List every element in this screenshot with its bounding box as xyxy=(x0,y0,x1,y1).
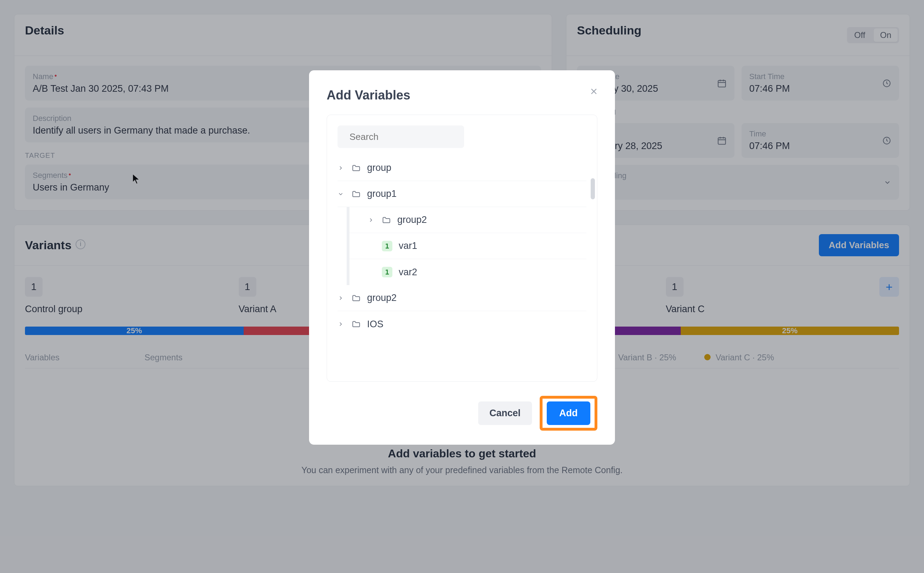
tree-item-var1[interactable]: 1 var1 xyxy=(349,233,586,259)
tree-item-label: IOS xyxy=(367,319,384,330)
chevron-right-icon[interactable] xyxy=(338,321,345,327)
add-variables-modal: Add Variables group group1 xyxy=(309,70,615,445)
tree-item-ios[interactable]: IOS xyxy=(338,311,586,337)
cancel-button[interactable]: Cancel xyxy=(478,401,532,425)
scrollbar-thumb[interactable] xyxy=(591,178,595,199)
type-badge: 1 xyxy=(382,241,392,251)
folder-icon xyxy=(352,189,361,199)
folder-icon xyxy=(352,319,361,329)
tree-item-label: var2 xyxy=(399,267,417,278)
tree-item-label: group2 xyxy=(397,214,427,225)
close-icon[interactable] xyxy=(589,86,599,96)
tree-item-group2-nested[interactable]: group2 xyxy=(349,207,586,233)
tree-item-label: group2 xyxy=(367,293,396,304)
search-field[interactable] xyxy=(349,132,464,142)
chevron-right-icon[interactable] xyxy=(338,165,345,171)
type-badge: 1 xyxy=(382,267,392,277)
folder-icon xyxy=(382,216,391,225)
tree-item-group2[interactable]: group2 xyxy=(338,285,586,311)
modal-title: Add Variables xyxy=(327,88,597,103)
folder-icon xyxy=(352,163,361,172)
tree-item-label: group xyxy=(367,163,392,173)
variables-tree: group group1 group2 1 va xyxy=(327,114,597,382)
tree-item-label: var1 xyxy=(399,240,417,251)
add-button[interactable]: Add xyxy=(547,401,590,425)
chevron-right-icon[interactable] xyxy=(338,295,345,301)
callout-highlight: Add xyxy=(540,396,597,431)
chevron-down-icon[interactable] xyxy=(338,191,345,197)
tree-item-group[interactable]: group xyxy=(338,155,586,181)
tree-item-label: group1 xyxy=(367,188,396,199)
chevron-right-icon[interactable] xyxy=(368,217,376,223)
tree-item-group1[interactable]: group1 xyxy=(338,181,586,207)
folder-icon xyxy=(352,294,361,303)
tree-item-var2[interactable]: 1 var2 xyxy=(349,259,586,285)
modal-overlay[interactable]: Add Variables group group1 xyxy=(0,0,924,573)
search-input[interactable] xyxy=(338,125,464,148)
